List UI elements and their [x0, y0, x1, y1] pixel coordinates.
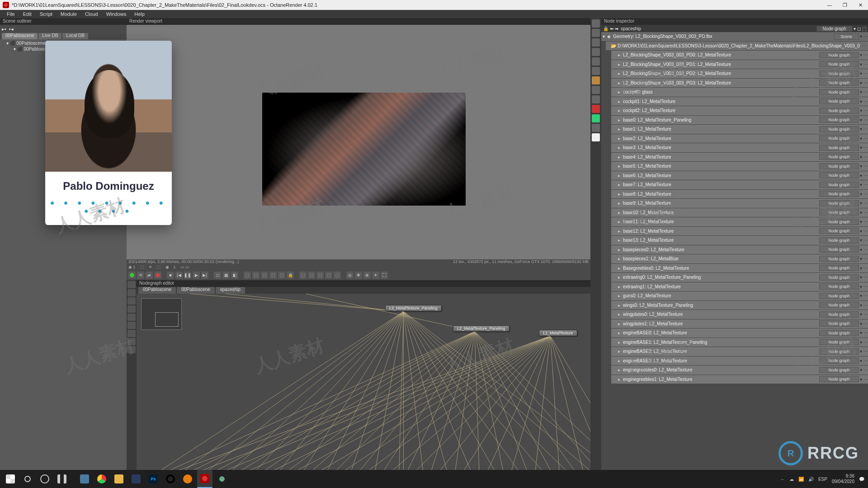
- outliner-tab-localdb[interactable]: Local DB: [62, 33, 88, 39]
- inspector-row[interactable]: ▸basepieces1: L2_MetalBlueNode graph▾ ⋯: [611, 254, 868, 263]
- tray-volume-icon[interactable]: 🔊: [808, 477, 814, 482]
- toolbar-btn[interactable]: ◻: [214, 272, 221, 279]
- outliner-expand-icon[interactable]: ▸▪: [2, 26, 6, 32]
- ng-tool[interactable]: [127, 330, 136, 337]
- inspector-row[interactable]: ▸wingplates0: L2_MetalTextureNode graph▾…: [611, 310, 868, 319]
- rail-icon[interactable]: [592, 105, 600, 113]
- inspector-row[interactable]: ▸base10: L2_MetalTextureNode graph▾ ⋯: [611, 208, 868, 217]
- ng-tab[interactable]: 00Pabloscene: [177, 287, 214, 294]
- inspector-row[interactable]: ▸base2: L2_MetalTextureNode graph▾ ⋯: [611, 134, 868, 143]
- outliner-tab-livedb[interactable]: Live DB: [38, 33, 61, 39]
- taskbar-blender[interactable]: [180, 471, 195, 487]
- inspector-row[interactable]: ▸guns0: L2_MetalTextureNode graph▾ ⋯: [611, 291, 868, 300]
- toolbar-btn[interactable]: ⬚: [316, 272, 324, 279]
- toolbar-btn[interactable]: ⟲: [137, 272, 144, 279]
- inspector-row[interactable]: ▸L2_BlockingShape_V003_003_PD1: L2_Metal…: [611, 60, 868, 69]
- ng-tool[interactable]: [127, 289, 136, 296]
- inspector-row[interactable]: ▾◆ Geometry: L2_BlockingShape_V003_003_P…: [601, 32, 868, 41]
- inspector-row[interactable]: ▸base9: L2_MetalTextureNode graph▾ ⋯: [611, 199, 868, 208]
- toolbar-btn[interactable]: ⬚: [334, 272, 341, 279]
- tray-clock[interactable]: 9:36 09/04/2020: [832, 474, 854, 484]
- inspector-row[interactable]: ▸base0: L2_MetalTexture_PanelingNode gra…: [611, 116, 868, 125]
- inspector-row[interactable]: ▸cockpit0: glassNode graph▾ ⋯: [611, 88, 868, 97]
- rail-icon[interactable]: [592, 67, 600, 75]
- rail-icon[interactable]: [592, 38, 600, 47]
- taskbar-explorer[interactable]: [111, 471, 127, 487]
- inspector-root[interactable]: spaceship: [621, 26, 641, 31]
- menu-script[interactable]: Script: [36, 11, 57, 17]
- fullscreen-icon[interactable]: ⛶: [381, 272, 388, 279]
- taskbar-octane[interactable]: [197, 470, 212, 488]
- stop-icon[interactable]: ■: [167, 272, 174, 279]
- window-maximize[interactable]: ❐: [837, 0, 853, 10]
- rail-icon[interactable]: [592, 57, 600, 66]
- inspector-row[interactable]: ▸L2_BlockingShape_V003_003_PD2: L2_Metal…: [611, 69, 868, 78]
- taskbar-photoshop[interactable]: Ps: [146, 471, 161, 487]
- inspector-row[interactable]: ▸engineBASE0: L2_MetalTextureNode graph▾…: [611, 328, 868, 338]
- graph-node[interactable]: L2_MetalTexture: [539, 330, 577, 336]
- rail-icon[interactable]: [592, 48, 600, 56]
- inspector-row[interactable]: ▸cockpit2: L2_MetalTextureNode graph▾ ⋯: [611, 106, 868, 115]
- inspector-row[interactable]: ▸engineBASE3: L2_MetalTextureNode graph▾…: [611, 357, 868, 366]
- inspector-row[interactable]: ▸base3: L2_MetalTextureNode graph▾ ⋯: [611, 143, 868, 152]
- ng-tool[interactable]: [127, 281, 136, 288]
- cortana-icon[interactable]: [37, 471, 52, 487]
- rail-icon[interactable]: [592, 114, 600, 122]
- window-minimize[interactable]: —: [822, 0, 837, 10]
- inspector-row[interactable]: ▸extrawing0: L2_MetalTexture_PanelingNod…: [611, 273, 868, 282]
- next-icon[interactable]: ▶|: [201, 272, 208, 279]
- lock-icon[interactable]: 🔒: [287, 272, 294, 279]
- ng-tool[interactable]: [127, 297, 136, 305]
- inspector-row[interactable]: ▸L2_BlockingShape_V003_003_PD3: L2_Metal…: [611, 79, 868, 88]
- tray-wifi-icon[interactable]: 📶: [798, 477, 804, 482]
- graph-node[interactable]: L2_MetalTexture_Paneling: [385, 305, 442, 311]
- inspector-row[interactable]: ▸base11: L2_MetalTextureNode graph▾ ⋯: [611, 217, 868, 226]
- inspector-row[interactable]: ▸base13: L2_MetalTextureNode graph▾ ⋯: [611, 236, 868, 245]
- inspector-row[interactable]: ▸L2_BlockingShape_V003_003_PD0: L2_Metal…: [611, 51, 868, 60]
- ng-tool[interactable]: [127, 314, 136, 321]
- inspector-row[interactable]: ▸base6: L2_MetalTextureNode graph▾ ⋯: [611, 171, 868, 180]
- window-close[interactable]: ✕: [853, 0, 868, 10]
- ng-tool[interactable]: [127, 346, 136, 353]
- inspector-row[interactable]: ▸Basegreebles0: L2_MetalTextureNode grap…: [611, 264, 868, 273]
- inspector-row[interactable]: ▸basepieces0: L2_MetalTextureNode graph▾…: [611, 245, 868, 254]
- toolbar-btn[interactable]: ⬚: [244, 272, 251, 279]
- tray-lang[interactable]: ESP: [818, 477, 827, 482]
- ng-tab[interactable]: spaceship: [216, 287, 245, 294]
- outliner-collapse-icon[interactable]: ▪◂: [9, 26, 14, 32]
- inspector-row[interactable]: ▸base4: L2_MetalTextureNode graph▾ ⋯: [611, 153, 868, 162]
- start-button[interactable]: [3, 471, 18, 487]
- inspector-row[interactable]: ▸engineBASE2: L2_MetalTextureNode graph▾…: [611, 347, 868, 356]
- ng-tool[interactable]: [127, 322, 136, 329]
- nodegraph-canvas[interactable]: L2_MetalTexture_PanelingL2_MetalTexture_…: [137, 294, 590, 470]
- pause-icon[interactable]: ❚❚: [184, 272, 191, 279]
- tray-cloud-icon[interactable]: ☁: [789, 477, 794, 482]
- toolbar-btn[interactable]: ⬚: [299, 272, 307, 279]
- rail-icon[interactable]: [592, 133, 600, 141]
- ng-tool[interactable]: [127, 338, 136, 345]
- inspector-row[interactable]: ▸base12: L2_MetalTextureNode graph▾ ⋯: [611, 227, 868, 236]
- outliner-tab-scene[interactable]: 00Pabloscene: [2, 33, 38, 39]
- toolbar-btn[interactable]: ⬚: [261, 272, 268, 279]
- toolbar-btn[interactable]: ◎: [346, 272, 354, 279]
- menu-cloud[interactable]: Cloud: [81, 11, 102, 17]
- menu-windows[interactable]: Windows: [102, 11, 131, 17]
- toolbar-btn[interactable]: ◧: [231, 272, 238, 279]
- tray-notifications-icon[interactable]: 💬: [859, 477, 864, 482]
- menu-help[interactable]: Help: [130, 11, 149, 17]
- toolbar-btn[interactable]: ⬚: [308, 272, 315, 279]
- rail-icon[interactable]: [592, 19, 600, 28]
- search-icon[interactable]: [20, 471, 35, 487]
- rail-icon[interactable]: [592, 95, 600, 103]
- rail-icon[interactable]: [592, 29, 600, 37]
- inspector-row[interactable]: ▸enginegreebles0: L2_MetalTextureNode gr…: [611, 366, 868, 375]
- render-viewport[interactable]: [127, 25, 590, 259]
- play-icon[interactable]: ▶: [193, 272, 200, 279]
- taskbar-app[interactable]: [214, 471, 230, 487]
- rail-icon[interactable]: [592, 76, 600, 84]
- taskbar-obs[interactable]: [163, 471, 178, 487]
- menu-module[interactable]: Module: [57, 11, 81, 17]
- taskbar-chrome[interactable]: [94, 471, 109, 487]
- inspector-row[interactable]: ▸base8: L2_MetalTextureNode graph▾ ⋯: [611, 190, 868, 199]
- toolbar-btn[interactable]: ⬚: [269, 272, 277, 279]
